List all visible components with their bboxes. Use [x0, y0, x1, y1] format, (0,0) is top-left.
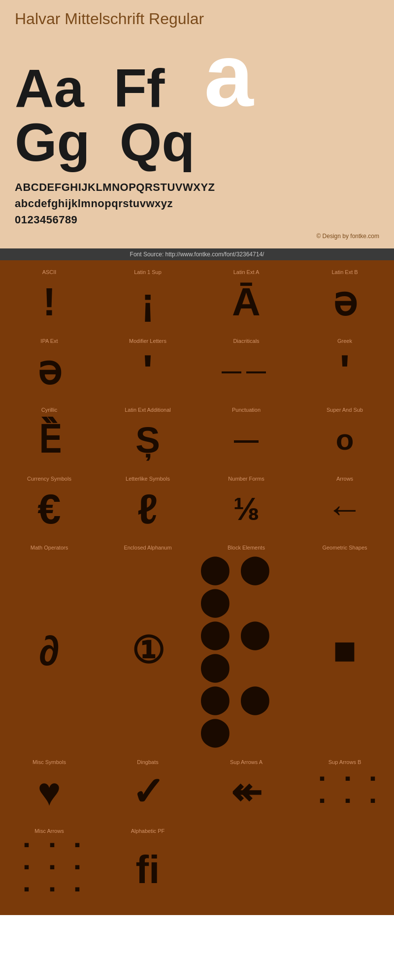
charset-latinextb: Latin Ext B ə: [296, 265, 394, 334]
source-bar: Font Source: http://www.fontke.com/font/…: [0, 248, 394, 260]
charset-greek: Greek ': [296, 334, 394, 403]
charset-modletters: Modifier Letters ': [98, 334, 197, 403]
dark-section: ASCII ! Latin 1 Sup ¡ Latin Ext A Ā Lati…: [0, 260, 394, 915]
glyph-pair-1: Aa: [15, 61, 84, 115]
charset-geoshapes: Geometric Shapes ■: [296, 541, 394, 755]
charset-currency: Currency Symbols €: [0, 472, 98, 541]
source-text: Font Source: http://www.fontke.com/font/…: [130, 251, 264, 258]
charset-letterlike: Letterlike Symbols ℓ: [98, 472, 197, 541]
charset-misc-arrows: Misc Arrows ⠐ ⠐ ⠐⠐ ⠐ ⠐⠐ ⠐ ⠐: [0, 824, 98, 910]
glyph-preview: Aa Ff a Gg Qq: [15, 35, 379, 169]
charset-numberforms: Number Forms ⅛: [197, 472, 296, 541]
charset-misc-symbols: Misc Symbols ♥: [0, 755, 98, 824]
charset-diacriticals: Diacriticals ——: [197, 334, 296, 403]
glyph-pair-4: Qq: [120, 115, 195, 169]
top-section: Halvar Mittelschrift Regular Aa Ff a Gg …: [0, 0, 394, 248]
charset-superandsub: Super And Sub o: [296, 403, 394, 472]
charset-arrows: Arrows ←: [296, 472, 394, 541]
charset-empty-1: [197, 824, 296, 910]
copyright: © Design by fontke.com: [15, 230, 379, 244]
digits: 0123456789: [15, 212, 379, 228]
glyph-large-a: a: [204, 35, 253, 115]
charset-blockelements: Block Elements ⬤ ⬤ ⬤⬤ ⬤ ⬤⬤ ⬤ ⬤: [197, 541, 296, 755]
charset-alphabeticpf: Alphabetic PF ﬁ: [98, 824, 197, 910]
alphabet-upper: ABCDEFGHIJKLMNOPQRSTUVWXYZ: [15, 179, 379, 195]
glyph-pair-2: Ff: [114, 61, 165, 115]
charset-suparrowsb: Sup Arrows B ⠐ ⠐ ⠐⠐ ⠐ ⠐: [296, 755, 394, 824]
charset-latinexta: Latin Ext A Ā: [197, 265, 296, 334]
charset-punctuation: Punctuation —: [197, 403, 296, 472]
font-title: Halvar Mittelschrift Regular: [15, 10, 379, 28]
charset-suparrowsa: Sup Arrows A ↞: [197, 755, 296, 824]
charset-mathops: Math Operators ∂: [0, 541, 98, 755]
charset-ipaext: IPA Ext ə: [0, 334, 98, 403]
charset-ascii: ASCII !: [0, 265, 98, 334]
charset-enclosednum: Enclosed Alphanum ①: [98, 541, 197, 755]
charset-dingbats: Dingbats ✓: [98, 755, 197, 824]
charset-latin1sup: Latin 1 Sup ¡: [98, 265, 197, 334]
charset-empty-2: [296, 824, 394, 910]
charset-latinextadd: Latin Ext Additional Ș: [98, 403, 197, 472]
glyph-pair-3: Gg: [15, 115, 90, 169]
alphabet-lower: abcdefghijklmnopqrstuvwxyz: [15, 195, 379, 212]
charset-grid: ASCII ! Latin 1 Sup ¡ Latin Ext A Ā Lati…: [0, 265, 394, 910]
alphabet-section: ABCDEFGHIJKLMNOPQRSTUVWXYZ abcdefghijklm…: [15, 174, 379, 230]
charset-cyrillic: Cyrillic Ȅ: [0, 403, 98, 472]
